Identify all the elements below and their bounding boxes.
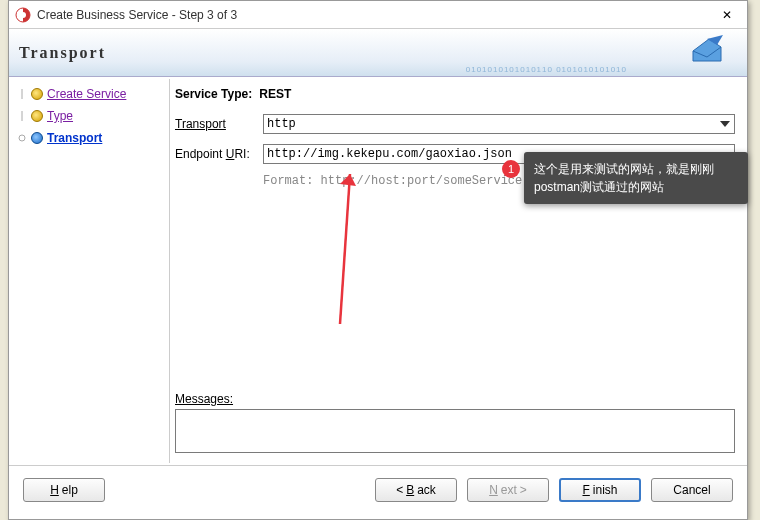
titlebar: Create Business Service - Step 3 of 3 ✕ — [9, 1, 747, 29]
connector-icon — [17, 133, 27, 143]
connector-icon — [17, 111, 27, 121]
step-link[interactable]: Transport — [47, 131, 102, 145]
step-create-service[interactable]: Create Service — [17, 87, 151, 101]
dialog-title: Create Business Service - Step 3 of 3 — [37, 8, 713, 22]
transport-label-u: Transport — [175, 117, 226, 131]
content-panel: Service Type: REST Transport http Endpoi… — [159, 77, 747, 465]
messages-label: Messages: — [175, 392, 735, 407]
annotation-badge: 1 — [502, 160, 520, 178]
messages-textarea[interactable] — [175, 409, 735, 453]
transport-select[interactable]: http — [263, 114, 735, 134]
next-button[interactable]: Next > — [467, 478, 549, 502]
dialog-window: Create Business Service - Step 3 of 3 ✕ … — [8, 0, 748, 520]
step-type[interactable]: Type — [17, 109, 151, 123]
annotation-text: 这个是用来测试的网站，就是刚刚postman测试通过的网站 — [534, 160, 738, 196]
connector-icon — [17, 89, 27, 99]
envelope-icon — [689, 35, 729, 69]
endpoint-label: Endpoint URI: — [175, 147, 255, 162]
annotation-callout: 1 这个是用来测试的网站，就是刚刚postman测试通过的网站 — [524, 152, 748, 204]
close-button[interactable]: ✕ — [713, 5, 741, 25]
help-button[interactable]: Help — [23, 478, 105, 502]
app-icon — [15, 7, 31, 23]
step-transport[interactable]: Transport — [17, 131, 151, 145]
banner: Transport 0101010101010110 0101010101010 — [9, 29, 747, 77]
wizard-steps-sidebar: Create Service Type Transport — [9, 77, 159, 465]
back-button[interactable]: < Back — [375, 478, 457, 502]
transport-row: Transport http — [175, 114, 735, 134]
chevron-left-icon: < — [396, 483, 403, 497]
service-type-value: REST — [259, 87, 291, 101]
svg-point-4 — [19, 135, 25, 141]
divider — [169, 79, 170, 463]
service-type-label: Service Type: — [175, 87, 252, 101]
finish-button[interactable]: Finish — [559, 478, 641, 502]
step-dot-icon — [31, 88, 43, 100]
transport-label: Transport — [175, 117, 255, 132]
button-bar: Help < Back Next > Finish Cancel — [9, 465, 747, 513]
svg-point-1 — [20, 12, 26, 18]
cancel-button[interactable]: Cancel — [651, 478, 733, 502]
service-type-row: Service Type: REST — [175, 87, 735, 102]
banner-bits: 0101010101010110 0101010101010 — [466, 65, 627, 74]
step-link[interactable]: Type — [47, 109, 73, 123]
banner-heading: Transport — [19, 44, 106, 62]
close-icon: ✕ — [722, 8, 732, 22]
step-link[interactable]: Create Service — [47, 87, 126, 101]
step-dot-icon — [31, 132, 43, 144]
step-dot-icon — [31, 110, 43, 122]
